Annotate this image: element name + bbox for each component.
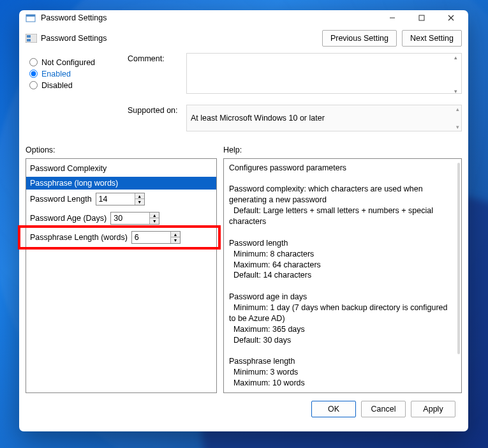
subtitle-text: Password Settings (41, 34, 107, 43)
password-complexity-dropdown[interactable]: Passphrase (long words) (26, 177, 216, 190)
password-length-label: Password Length (30, 195, 92, 204)
help-line: Password complexity: which characters ar… (229, 184, 456, 205)
help-line: Maximum: 10 words (229, 378, 456, 389)
comment-textarea[interactable] (186, 53, 462, 94)
svg-rect-7 (27, 35, 31, 38)
spin-up-icon[interactable]: ▲ (171, 232, 180, 237)
options-horizontal-scrollbar[interactable] (26, 349, 216, 358)
radio-disabled-label: Disabled (41, 81, 73, 90)
help-line: Minimum: 3 words (229, 367, 456, 378)
radio-enabled[interactable]: Enabled (29, 70, 121, 78)
help-line: Maximum: 365 days (229, 324, 456, 335)
spin-down-icon[interactable]: ▼ (150, 218, 159, 224)
help-line: Password age in days (229, 292, 456, 302)
cancel-button[interactable]: Cancel (361, 401, 406, 417)
spin-down-icon[interactable]: ▼ (171, 237, 180, 243)
scroll-down-icon: ▾ (454, 88, 461, 94)
svg-rect-8 (27, 39, 31, 41)
passphrase-length-spinner[interactable]: ▲▼ (131, 231, 181, 244)
policy-icon (26, 34, 37, 43)
radio-enabled-label: Enabled (41, 70, 71, 78)
spin-up-icon[interactable]: ▲ (135, 193, 144, 199)
next-setting-button[interactable]: Next Setting (402, 30, 462, 47)
help-line: Default: Large letters + small letters +… (229, 205, 456, 227)
minimize-button[interactable] (387, 12, 398, 24)
password-length-spinner[interactable]: ▲▼ (96, 193, 145, 205)
previous-setting-button[interactable]: Previous Setting (322, 30, 397, 47)
help-heading: Help: (223, 146, 242, 154)
help-line: Passphrase length (229, 356, 456, 367)
password-age-spinner[interactable]: ▲▼ (110, 212, 159, 225)
titlebar: Password Settings (19, 10, 468, 26)
help-line: Password length (229, 238, 456, 249)
supported-on-text: At least Microsoft Windows 10 or later (186, 105, 462, 131)
scroll-up-icon: ▴ (454, 54, 461, 61)
help-line: Default: 14 characters (229, 270, 456, 281)
app-icon (26, 13, 36, 23)
svg-rect-1 (26, 15, 35, 17)
help-line: Configures password parameters (229, 163, 456, 174)
help-line: Minimum: 8 characters (229, 249, 456, 260)
radio-not-configured-input[interactable] (29, 58, 38, 66)
spin-up-icon[interactable]: ▲ (150, 213, 159, 218)
radio-not-configured[interactable]: Not Configured (29, 58, 121, 67)
close-button[interactable] (445, 12, 457, 24)
ok-button[interactable]: OK (311, 401, 356, 417)
supported-label: Supported on: (128, 105, 186, 115)
radio-disabled-input[interactable] (29, 81, 38, 89)
dialog-window: Password Settings Password Settings Prev… (19, 10, 468, 431)
spin-down-icon[interactable]: ▼ (135, 199, 144, 205)
svg-rect-3 (419, 15, 424, 20)
window-title: Password Settings (41, 13, 107, 22)
radio-not-configured-label: Not Configured (41, 58, 95, 67)
password-age-label: Password Age (Days) (30, 214, 107, 223)
comment-label: Comment: (128, 53, 186, 63)
passphrase-length-input[interactable] (132, 232, 170, 243)
maximize-button[interactable] (416, 12, 427, 24)
radio-enabled-input[interactable] (29, 70, 38, 78)
apply-button[interactable]: Apply (411, 401, 455, 417)
help-line: Maximum: 64 characters (229, 260, 456, 271)
help-pane[interactable]: Configures password parameters Password … (223, 158, 462, 393)
options-pane[interactable]: Password Complexity Passphrase (long wor… (26, 158, 217, 393)
password-age-input[interactable] (111, 213, 149, 224)
help-line: Default: 30 days (229, 335, 456, 346)
options-heading: Options: (26, 146, 223, 154)
radio-disabled[interactable]: Disabled (29, 81, 121, 90)
scroll-down-icon: ▾ (456, 124, 459, 130)
help-scrollbar[interactable] (457, 163, 460, 354)
help-line: Minimum: 1 day (7 days when backup direc… (229, 302, 456, 324)
password-complexity-label: Password Complexity (26, 159, 216, 177)
passphrase-length-label: Passphrase Length (words) (30, 233, 128, 242)
scroll-up-icon: ▴ (456, 106, 459, 112)
password-length-input[interactable] (96, 193, 135, 205)
